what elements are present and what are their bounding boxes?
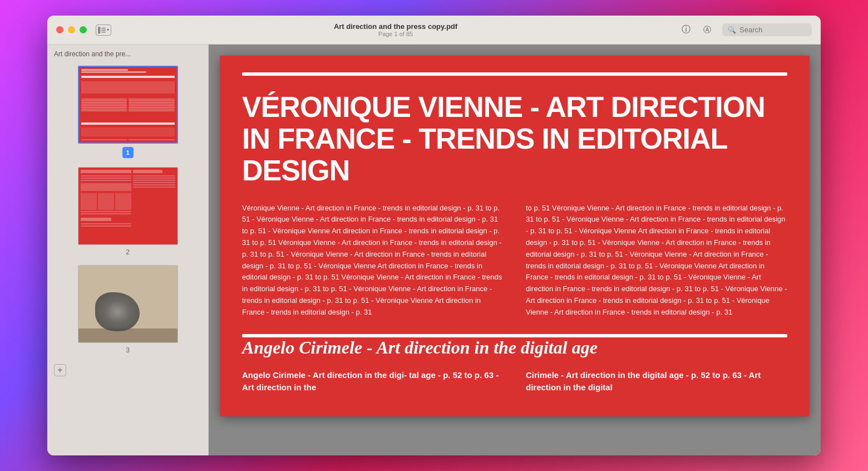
titlebar-controls: ⓘ Ⓐ 🔍 [680,23,812,36]
thumbnail-page-3[interactable]: 3 [47,261,208,359]
pdf-viewer[interactable]: VÉRONIQUE VIENNE - ART DIRECTION IN FRAN… [209,45,821,455]
thumb-wrapper-3 [78,265,178,343]
sidebar-footer: + [47,359,208,382]
section2-columns: Angelo Cirimele - Art direction in the d… [242,369,787,394]
sidebar-toggle-button[interactable]: ▾ [96,24,111,36]
svg-rect-0 [98,26,100,33]
document-title: Art direction and the press copy.pdf [334,22,457,31]
thumb-wrapper-1 [78,66,178,144]
thumb-preview-1 [79,67,177,143]
annotate-icon: Ⓐ [703,25,711,35]
titlebar-center: Art direction and the press copy.pdf Pag… [111,22,680,37]
add-page-button[interactable]: + [54,364,66,376]
sidebar: Art direction and the pre... [47,45,209,455]
section2-column-left: Angelo Cirimele - Art direction in the d… [242,369,504,394]
maximize-button[interactable] [80,26,87,33]
page-info: Page 1 of 85 [378,31,413,37]
page-number-label-3: 3 [126,346,130,354]
top-rule [242,72,787,76]
body-columns: Véronique Vienne - Art direction in Fran… [242,203,787,318]
titlebar: ▾ Art direction and the press copy.pdf P… [47,16,821,45]
page-number-badge-1: 1 [122,147,134,158]
close-button[interactable] [56,26,63,33]
thumbnail-page-2[interactable]: 2 [47,163,208,261]
thumbnail-page-1[interactable]: 1 [47,61,208,163]
thumb-preview-3 [78,266,177,342]
pdf-page-1: VÉRONIQUE VIENNE - ART DIRECTION IN FRAN… [220,56,810,416]
info-button[interactable]: ⓘ [680,24,692,36]
info-icon: ⓘ [682,24,691,36]
svg-rect-3 [101,31,106,32]
body-column-right: to p. 51 Véronique Vienne - Art directio… [526,203,787,318]
thumb-wrapper-2 [78,167,178,245]
search-box[interactable]: 🔍 [722,23,812,36]
chevron-down-icon: ▾ [107,27,109,32]
svg-rect-1 [101,27,106,28]
page-number-label-2: 2 [126,248,130,256]
app-window: ▾ Art direction and the press copy.pdf P… [47,16,821,455]
search-icon: 🔍 [728,26,736,34]
section2-title: Angelo Cirimele - Art direction in the d… [242,337,787,358]
section2-column-right: Cirimele - Art direction in the digital … [526,369,787,394]
traffic-lights [56,26,87,33]
sidebar-header: Art direction and the pre... [47,45,208,61]
minimize-button[interactable] [68,26,75,33]
thumb-preview-2 [78,168,177,244]
main-content: Art direction and the pre... [47,45,821,455]
body-column-left: Véronique Vienne - Art direction in Fran… [242,203,504,318]
svg-rect-2 [101,30,106,31]
main-title: VÉRONIQUE VIENNE - ART DIRECTION IN FRAN… [242,91,787,187]
search-input[interactable] [739,26,806,34]
annotate-button[interactable]: Ⓐ [701,24,713,36]
